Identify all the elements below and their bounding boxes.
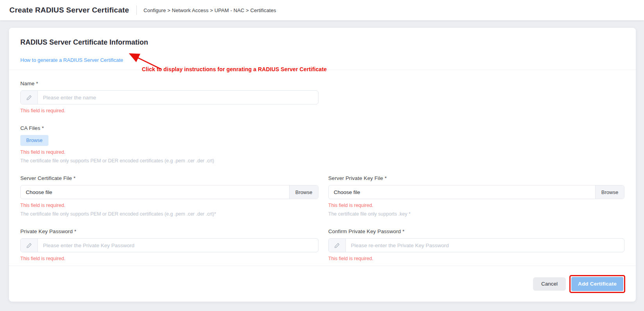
add-certificate-button[interactable]: Add Certificate [571,277,623,291]
confirm-private-key-password-label: Confirm Private Key Password * [328,228,624,235]
pencil-icon [21,91,38,104]
server-certificate-file-value: Choose file [21,185,289,199]
server-certificate-file-field: Server Certificate File * Choose file Br… [20,175,318,217]
confirm-private-key-password-error: This field is required. [328,256,624,262]
private-key-password-field: Private Key Password * This field is req… [20,228,318,262]
ca-files-label: CA Files * [20,125,624,131]
certificate-form: Name * This field is required. CA Files … [9,70,636,262]
server-private-key-browse-button[interactable]: Browse [595,185,624,199]
cancel-button[interactable]: Cancel [533,277,566,291]
name-input-group [20,90,318,104]
server-private-key-file-label: Server Private Key File * [328,175,624,182]
ca-files-field: CA Files * Browse This field is required… [20,125,624,164]
file-fields-row: Server Certificate File * Choose file Br… [20,175,624,217]
name-error: This field is required. [20,108,624,114]
server-certificate-file-input[interactable]: Choose file Browse [20,185,318,199]
server-private-key-file-input[interactable]: Choose file Browse [328,185,624,199]
server-private-key-file-error: This field is required. [328,203,624,209]
server-certificate-file-hint: The certificate file only supports PEM o… [20,211,318,217]
server-certificate-file-error: This field is required. [20,203,318,209]
ca-files-error: This field is required. [20,149,624,155]
private-key-password-label: Private Key Password * [20,228,318,235]
form-footer: Cancel Add Certificate [9,266,636,302]
private-key-password-error: This field is required. [20,256,318,262]
server-certificate-browse-button[interactable]: Browse [289,185,318,199]
private-key-password-input[interactable] [38,239,318,252]
submit-annotation-highlight: Add Certificate [569,275,625,293]
annotation-text: Click to display instructions for genrat… [142,66,327,72]
name-label: Name * [20,80,624,87]
title-breadcrumb-divider [136,5,137,15]
password-fields-row: Private Key Password * This field is req… [20,228,624,262]
card-header: RADIUS Server Certificate Information Ho… [9,28,636,70]
name-field: Name * This field is required. [20,80,624,114]
server-certificate-file-label: Server Certificate File * [20,175,318,182]
ca-files-browse-button[interactable]: Browse [20,135,48,146]
card-heading: RADIUS Server Certificate Information [20,38,624,47]
confirm-private-key-password-input-group [328,238,624,252]
breadcrumb[interactable]: Configure > Network Access > UPAM - NAC … [143,7,276,13]
confirm-private-key-password-input[interactable] [346,239,624,252]
name-input[interactable] [38,91,318,104]
ca-files-hint: The certificate file only supports PEM o… [20,158,624,164]
top-bar: Create RADIUS Server Certificate Configu… [0,0,644,20]
howto-generate-link[interactable]: How to generate a RADIUS Server Certific… [20,57,123,64]
server-private-key-file-hint: The certificate file only supports .key … [328,211,624,217]
server-private-key-file-field: Server Private Key File * Choose file Br… [328,175,624,217]
private-key-password-input-group [20,238,318,252]
confirm-private-key-password-field: Confirm Private Key Password * This fiel… [328,228,624,262]
certificate-form-card: RADIUS Server Certificate Information Ho… [9,28,636,302]
server-private-key-file-value: Choose file [329,185,595,199]
pencil-icon [329,239,346,252]
pencil-icon [21,239,38,252]
page-title: Create RADIUS Server Certificate [9,6,129,14]
